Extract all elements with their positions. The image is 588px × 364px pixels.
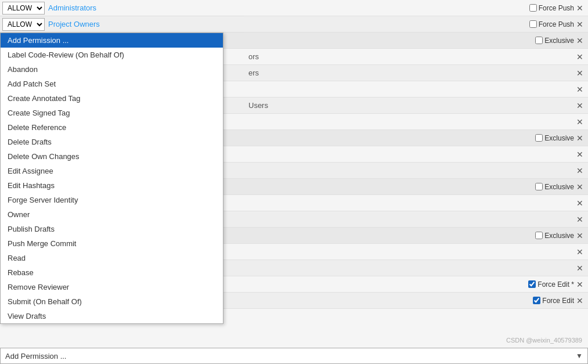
row-mid-4: ors bbox=[244, 52, 460, 61]
row-right-5: ✕ bbox=[460, 69, 588, 78]
row-right-1: Force Push ✕ bbox=[460, 3, 588, 13]
dropdown-item-delete-own-changes[interactable]: Delete Own Changes bbox=[1, 149, 223, 164]
force-edit-label-18: Force Edit * bbox=[528, 280, 574, 289]
exclusive-checkbox-12[interactable] bbox=[535, 183, 543, 190]
dropdown-item-delete-reference[interactable]: Delete Reference bbox=[1, 120, 223, 135]
allow-select-2[interactable]: ALLOW DENY BLOCK bbox=[2, 18, 45, 31]
allow-rows-overlay: ALLOW DENY BLOCK Administrators ALLOW DE… bbox=[0, 0, 244, 33]
exclusive-label-9: Exclusive bbox=[535, 134, 574, 142]
close-row-13[interactable]: ✕ bbox=[576, 199, 583, 208]
group-name-2: Project Owners bbox=[48, 20, 100, 28]
exclusive-label-12: Exclusive bbox=[535, 183, 574, 191]
dropdown-item-remove-reviewer[interactable]: Remove Reviewer bbox=[1, 280, 223, 294]
row-right-4: ✕ bbox=[460, 52, 588, 62]
force-push-text-1: Force Push bbox=[539, 4, 574, 12]
force-push-checkbox-1[interactable] bbox=[529, 4, 537, 12]
dropdown-item-abandon[interactable]: Abandon bbox=[1, 62, 223, 77]
dropdown-item-owner[interactable]: Owner bbox=[1, 207, 223, 222]
force-edit-checkbox-18[interactable] bbox=[528, 280, 536, 288]
exclusive-label-15: Exclusive bbox=[535, 232, 574, 240]
close-row-18[interactable]: ✕ bbox=[576, 280, 583, 289]
close-row-16[interactable]: ✕ bbox=[576, 247, 583, 257]
dropdown-item-add-permission[interactable]: Add Permission ... bbox=[1, 33, 223, 48]
force-push-checkbox-2[interactable] bbox=[529, 20, 537, 28]
close-row-1[interactable]: ✕ bbox=[576, 3, 583, 13]
dropdown-item-create-signed-tag[interactable]: Create Signed Tag bbox=[1, 106, 223, 120]
force-push-label-1: Force Push bbox=[529, 4, 574, 12]
bottom-bar-arrow[interactable]: ▼ bbox=[571, 352, 587, 360]
dropdown-item-edit-assignee[interactable]: Edit Assignee bbox=[1, 164, 223, 178]
row-right-15: Exclusive ✕ bbox=[460, 231, 588, 240]
dropdown-item-delete-drafts[interactable]: Delete Drafts bbox=[1, 135, 223, 149]
allow-select-1[interactable]: ALLOW DENY BLOCK bbox=[2, 2, 45, 15]
dropdown-item-edit-hashtags[interactable]: Edit Hashtags bbox=[1, 178, 223, 193]
exclusive-checkbox-15[interactable] bbox=[535, 232, 543, 239]
exclusive-text-15: Exclusive bbox=[544, 232, 574, 240]
row-right-18: Force Edit * ✕ bbox=[460, 280, 588, 289]
close-row-2[interactable]: ✕ bbox=[576, 20, 583, 29]
exclusive-checkbox-3[interactable] bbox=[535, 37, 543, 44]
row-right-14: ✕ bbox=[460, 215, 588, 224]
close-row-9[interactable]: ✕ bbox=[576, 134, 583, 143]
row-right-10: ✕ bbox=[460, 150, 588, 159]
watermark: CSDN @weixin_40579389 bbox=[506, 337, 582, 344]
exclusive-text-9: Exclusive bbox=[544, 134, 574, 142]
allow-row-2: ALLOW DENY BLOCK Project Owners bbox=[0, 16, 244, 33]
bottom-bar: Add Permission ... ▼ bbox=[0, 348, 588, 364]
row-right-7: ✕ bbox=[460, 101, 588, 110]
allow-row-1: ALLOW DENY BLOCK Administrators bbox=[0, 0, 244, 16]
force-push-label-2: Force Push bbox=[529, 20, 574, 28]
row-mid-5: ers bbox=[244, 69, 460, 77]
row-right-8: ✕ bbox=[460, 117, 588, 127]
dropdown-item-view-drafts[interactable]: View Drafts bbox=[1, 309, 223, 323]
row-right-11: ✕ bbox=[460, 166, 588, 175]
close-row-17[interactable]: ✕ bbox=[576, 264, 583, 273]
group-name-1: Administrators bbox=[48, 3, 96, 12]
force-edit-text-18: Force Edit * bbox=[538, 280, 574, 289]
dropdown-item-add-patch-set[interactable]: Add Patch Set bbox=[1, 77, 223, 91]
row-right-9: Exclusive ✕ bbox=[460, 134, 588, 143]
exclusive-text-3: Exclusive bbox=[544, 37, 574, 45]
dropdown-item-submit-on-behalf[interactable]: Submit (On Behalf Of) bbox=[1, 294, 223, 309]
force-edit-text-19: Force Edit bbox=[542, 297, 574, 305]
exclusive-label-3: Exclusive bbox=[535, 37, 574, 45]
force-push-text-2: Force Push bbox=[539, 20, 574, 28]
close-row-10[interactable]: ✕ bbox=[576, 150, 583, 159]
close-row-19[interactable]: ✕ bbox=[576, 296, 583, 305]
force-edit-checkbox-19[interactable] bbox=[533, 297, 540, 304]
dropdown-item-push-merge-commit[interactable]: Push Merge Commit bbox=[1, 236, 223, 251]
row-right-2: Force Push ✕ bbox=[460, 20, 588, 29]
close-row-7[interactable]: ✕ bbox=[576, 101, 583, 110]
row-right-12: Exclusive ✕ bbox=[460, 182, 588, 192]
row-right-13: ✕ bbox=[460, 199, 588, 208]
bottom-bar-label: Add Permission ... bbox=[1, 352, 571, 361]
close-row-8[interactable]: ✕ bbox=[576, 117, 583, 127]
dropdown-menu: Add Permission ... Label Code-Review (On… bbox=[0, 33, 223, 324]
close-row-5[interactable]: ✕ bbox=[576, 69, 583, 78]
force-edit-label-19: Force Edit bbox=[533, 297, 574, 305]
row-mid-7: Users bbox=[244, 101, 460, 110]
exclusive-checkbox-9[interactable] bbox=[535, 134, 543, 142]
dropdown-item-forge-server-identity[interactable]: Forge Server Identity bbox=[1, 193, 223, 207]
dropdown-item-create-annotated-tag[interactable]: Create Annotated Tag bbox=[1, 91, 223, 106]
row-right-17: ✕ bbox=[460, 264, 588, 273]
close-row-15[interactable]: ✕ bbox=[576, 231, 583, 240]
row-right-19: Force Edit ✕ bbox=[460, 296, 588, 305]
dropdown-item-read[interactable]: Read bbox=[1, 251, 223, 265]
close-row-12[interactable]: ✕ bbox=[576, 182, 583, 192]
dropdown-item-label-code-review[interactable]: Label Code-Review (On Behalf Of) bbox=[1, 48, 223, 62]
row-right-6: ✕ bbox=[460, 85, 588, 94]
close-row-11[interactable]: ✕ bbox=[576, 166, 583, 175]
close-row-14[interactable]: ✕ bbox=[576, 215, 583, 224]
watermark-text: CSDN @weixin_40579389 bbox=[506, 337, 582, 344]
close-row-6[interactable]: ✕ bbox=[576, 85, 583, 94]
row-right-16: ✕ bbox=[460, 247, 588, 257]
dropdown-item-rebase[interactable]: Rebase bbox=[1, 265, 223, 280]
close-row-4[interactable]: ✕ bbox=[576, 52, 583, 62]
main-container: Force Push ✕ Force Push ✕ bbox=[0, 0, 588, 364]
exclusive-text-12: Exclusive bbox=[544, 183, 574, 191]
close-row-3[interactable]: ✕ bbox=[576, 36, 583, 45]
row-right-3: Exclusive ✕ bbox=[460, 36, 588, 45]
dropdown-item-publish-drafts[interactable]: Publish Drafts bbox=[1, 222, 223, 236]
